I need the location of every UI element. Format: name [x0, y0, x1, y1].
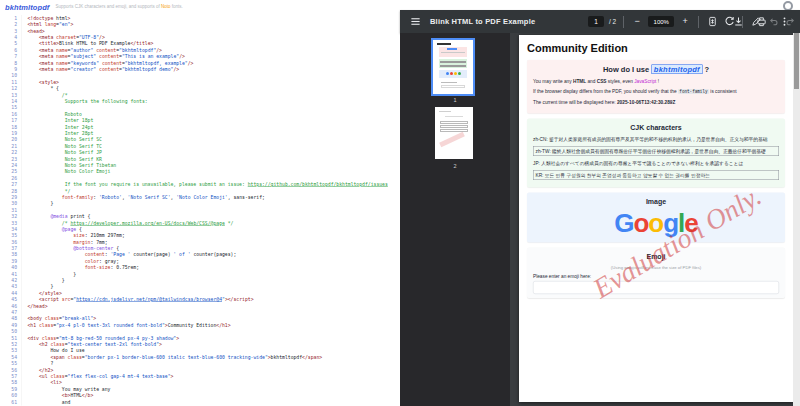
- brand-chip: bkhtmltopdf: [651, 65, 702, 75]
- javascript-link: JavaScript: [634, 78, 656, 84]
- brand-logo[interactable]: bkhtmltopdf: [5, 2, 49, 11]
- more-options-icon[interactable]: [778, 16, 790, 28]
- scrollbar-thumb[interactable]: [794, 33, 799, 89]
- menu-icon[interactable]: [409, 16, 421, 28]
- page-count-label: / 2: [609, 18, 616, 25]
- zoom-in-button[interactable]: +: [679, 16, 691, 28]
- page-thumbnail-1[interactable]: [433, 40, 473, 94]
- cjk-title: CJK characters: [533, 124, 779, 132]
- pdf-page: Community Edition How do I use bkhtmltop…: [519, 35, 793, 402]
- howto-heading: How do I use bkhtmltopdf ?: [533, 65, 779, 74]
- code-line: 61 and: [0, 399, 400, 405]
- howto-section: How do I use bkhtmltopdf ? You may write…: [527, 60, 785, 114]
- divider: [623, 16, 624, 28]
- pdf-heading: Community Edition: [527, 42, 785, 55]
- howto-line-1: You may write any HTML and CSS styles, e…: [533, 78, 779, 85]
- document-title: Blink HTML to PDF Example: [430, 17, 535, 26]
- thumbnail-label: 1: [400, 97, 510, 103]
- emoji-prompt: Please enter an emoji here:: [533, 274, 779, 280]
- thumbnail-preview: [437, 43, 451, 45]
- google-logo: Google: [533, 210, 779, 237]
- zoom-level[interactable]: 100%: [648, 16, 674, 27]
- fit-page-icon[interactable]: [706, 16, 718, 28]
- emoji-input: [533, 281, 779, 294]
- pdf-main-view: Community Edition How do I use bkhtmltop…: [510, 33, 793, 406]
- cjk-zh-tw: zh-TW: 鑑於人類社會個成員有個固有尊嚴佮仔平等個佮仔袂移個權利承認，是世界…: [533, 146, 779, 156]
- top-strip: [400, 0, 800, 10]
- howto-line-2: If the browser display differs from the …: [533, 88, 779, 95]
- code-lines: 1<!doctype html>2<html lang="en">3<head>…: [0, 13, 400, 405]
- cjk-zh-cn: zh-CN: 鉴于对人类家庭所有成员的固有尊严及其平等的和不移的权利的承认，乃是…: [533, 136, 779, 143]
- timestamp: 2025-10-06T13:42:30.289Z: [617, 100, 675, 106]
- image-title: Image: [533, 198, 779, 206]
- emoji-subtitle: (Using emojis will increase the size of …: [533, 265, 779, 270]
- viewer-scrollbar[interactable]: [793, 33, 800, 406]
- howto-line-3: The current time will be displayed here:…: [533, 99, 779, 106]
- code-editor[interactable]: 1<!doctype html>2<html lang="en">3<head>…: [0, 13, 400, 406]
- app-root: bkhtmltopdf Supports CJK characters and …: [0, 0, 800, 406]
- divider: [698, 16, 699, 28]
- page-thumbnail-2[interactable]: [435, 107, 473, 159]
- tagline: Supports CJK characters and emoji, and s…: [55, 4, 182, 9]
- emoji-title: Emoji: [533, 253, 779, 261]
- pdf-toolbar: Blink HTML to PDF Example 1 / 2 − 100% +: [400, 10, 800, 33]
- print-icon[interactable]: [755, 16, 767, 28]
- app-header: bkhtmltopdf Supports CJK characters and …: [0, 0, 400, 14]
- cjk-section: CJK characters zh-CN: 鉴于对人类家庭所有成员的固有尊严及其…: [527, 119, 785, 188]
- page-number-input[interactable]: 1: [588, 16, 604, 27]
- pdf-viewer: Blink HTML to PDF Example 1 / 2 − 100% +: [400, 10, 800, 406]
- noto-link[interactable]: Noto: [161, 4, 171, 9]
- cjk-jp: JP: 人類社会のすべての構成員の固有の尊厳と平等で譲ることのできない権利とを承…: [533, 160, 779, 167]
- image-section: Image Google: [527, 193, 785, 243]
- thumbnail-panel: 1 2: [400, 33, 510, 406]
- thumbnail-label: 2: [400, 163, 510, 169]
- download-icon[interactable]: [732, 16, 744, 28]
- cjk-kr: KR: 모든 인류 구성원의 천부의 존엄성과 동등하고 양도할 수 없는 권리…: [533, 170, 779, 180]
- emoji-section: Emoji (Using emojis will increase the si…: [527, 248, 785, 299]
- viewer-body: 1 2 Community Edition: [400, 33, 800, 406]
- zoom-out-button[interactable]: −: [631, 16, 643, 28]
